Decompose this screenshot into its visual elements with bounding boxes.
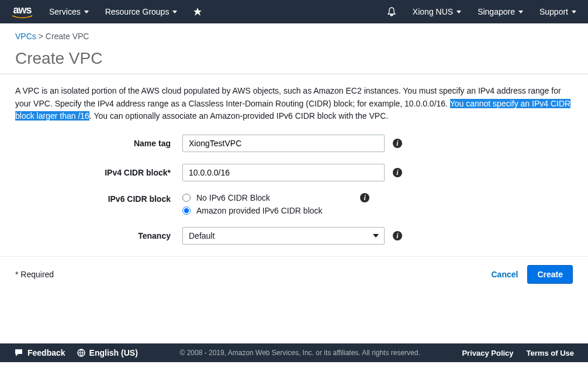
chevron-down-icon [172,11,177,13]
radio-amazon-ipv6[interactable] [182,207,191,215]
input-ipv4-cidr[interactable] [182,164,385,181]
footer-right: Privacy Policy Terms of Use [462,349,574,357]
footer-feedback-label: Feedback [27,348,65,357]
info-icon[interactable]: i [393,168,402,177]
top-nav-left: aws Services Resource Groups [12,5,202,19]
row-ipv4: IPv4 CIDR block* i [15,164,573,181]
buttons: Cancel Create [491,265,573,284]
nav-resource-groups-label: Resource Groups [105,7,170,16]
chevron-down-icon [518,11,523,13]
footer-feedback[interactable]: Feedback [14,348,65,357]
footer-terms[interactable]: Terms of Use [527,349,574,357]
breadcrumb-current: Create VPC [46,32,89,41]
label-ipv6: IPv6 CIDR block [15,193,182,204]
nav-region-label: Singapore [478,7,515,16]
top-nav-right: Xiong NUS Singapore Support [387,7,576,16]
radio-row-no-ipv6: No IPv6 CIDR Block i [182,193,369,202]
aws-logo[interactable]: aws [12,5,33,19]
chevron-down-icon [373,234,379,238]
chevron-down-icon [456,11,461,13]
footer-copyright: © 2008 - 2019, Amazon Web Services, Inc.… [179,349,420,357]
footer: Feedback English (US) © 2008 - 2019, Ama… [0,343,588,362]
label-name-tag: Name tag [15,139,182,148]
radio-row-amazon-ipv6: Amazon provided IPv6 CIDR block [182,206,369,215]
nav-services-label: Services [49,7,81,16]
action-row: * Required Cancel Create [0,257,588,301]
nav-account[interactable]: Xiong NUS [413,7,461,16]
nav-region[interactable]: Singapore [478,7,523,16]
pin-icon [193,8,202,16]
nav-resource-groups[interactable]: Resource Groups [105,7,178,16]
bell-icon [387,7,396,16]
create-button[interactable]: Create [527,265,573,284]
nav-support[interactable]: Support [539,7,576,16]
nav-support-label: Support [539,7,568,16]
cancel-button[interactable]: Cancel [491,270,518,279]
create-vpc-form: Name tag i IPv4 CIDR block* i IPv6 CIDR … [0,123,588,245]
footer-left: Feedback English (US) [14,348,138,357]
radio-no-ipv6[interactable] [182,194,191,202]
breadcrumb-link-vpcs[interactable]: VPCs [15,32,36,41]
chevron-down-icon [84,11,89,13]
footer-language[interactable]: English (US) [77,348,138,357]
globe-icon [77,349,85,357]
chevron-down-icon [572,11,576,13]
breadcrumb-separator: > [39,32,43,41]
page-title: Create VPC [0,41,588,74]
desc-text-2: . You can optionally associate an Amazon… [89,111,388,121]
speech-bubble-icon [14,348,23,357]
row-name-tag: Name tag i [15,135,573,152]
label-tenancy: Tenancy [15,231,182,240]
radio-label-no-ipv6: No IPv6 CIDR Block [196,193,270,202]
top-nav: aws Services Resource Groups Xiong NUS S… [0,0,588,23]
input-name-tag[interactable] [182,135,385,152]
radio-label-amazon-ipv6: Amazon provided IPv6 CIDR block [196,206,323,215]
label-ipv4: IPv4 CIDR block* [15,168,182,177]
aws-smile-icon [12,15,33,19]
info-icon[interactable]: i [393,231,402,240]
ipv6-radio-group: No IPv6 CIDR Block i Amazon provided IPv… [182,193,369,215]
required-note: * Required [15,270,54,279]
nav-services[interactable]: Services [49,7,89,16]
aws-logo-text: aws [13,5,31,15]
row-tenancy: Tenancy Default i [15,227,573,245]
breadcrumb: VPCs > Create VPC [0,23,588,41]
nav-account-label: Xiong NUS [413,7,453,16]
select-tenancy-value: Default [182,227,385,245]
nav-pin[interactable] [193,8,202,16]
select-tenancy[interactable]: Default [182,227,385,245]
footer-language-label: English (US) [89,348,138,357]
info-icon[interactable]: i [393,139,402,148]
row-ipv6: IPv6 CIDR block No IPv6 CIDR Block i Ama… [15,193,573,215]
footer-privacy[interactable]: Privacy Policy [462,349,513,357]
info-icon[interactable]: i [360,193,369,202]
vpc-description: A VPC is an isolated portion of the AWS … [0,85,588,123]
nav-notifications[interactable] [387,7,396,16]
